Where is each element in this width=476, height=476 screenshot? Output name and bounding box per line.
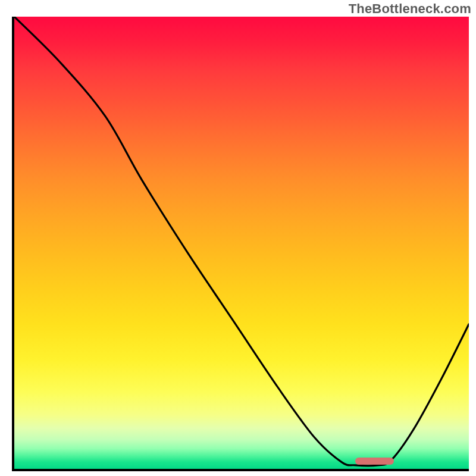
bottleneck-curve [14,17,469,469]
optimum-marker [355,458,394,465]
watermark-text: TheBottleneck.com [349,1,471,17]
chart-plot-area [12,17,469,471]
